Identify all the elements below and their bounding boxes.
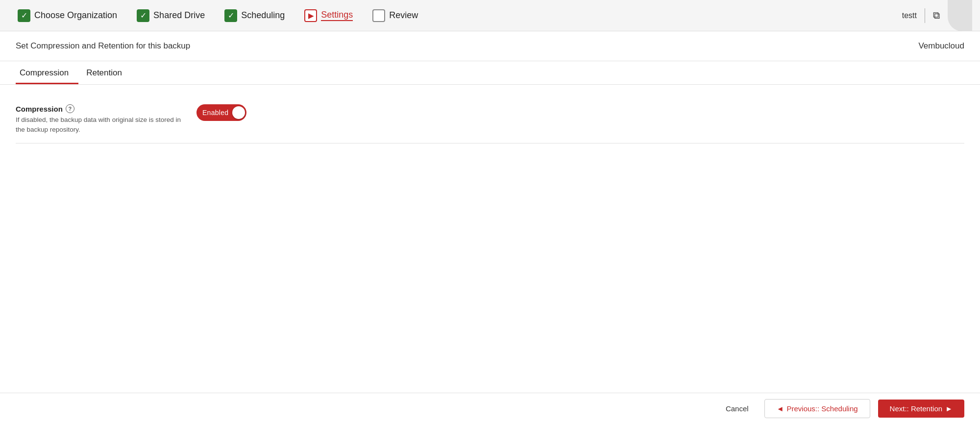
toggle-knob <box>232 106 245 119</box>
step-scheduling[interactable]: ✓ Scheduling <box>215 0 294 31</box>
nav-arc-decoration <box>948 0 972 31</box>
next-button[interactable]: Next:: Retention ► <box>878 400 964 418</box>
step-review-icon <box>372 9 385 22</box>
nav-divider <box>925 8 925 23</box>
page-header: Set Compression and Retention for this b… <box>0 31 980 61</box>
next-arrow-icon: ► <box>945 404 953 413</box>
user-name: testt <box>902 11 917 20</box>
compression-title: Compression ? <box>16 104 181 113</box>
compression-description: If disabled, the backup data with origin… <box>16 115 181 135</box>
next-button-label: Next:: Retention <box>890 404 943 413</box>
step-shared-drive-icon: ✓ <box>137 9 149 22</box>
compression-toggle[interactable]: Enabled <box>196 104 246 121</box>
compression-section: Compression ? If disabled, the backup da… <box>16 96 964 143</box>
prev-arrow-icon: ◄ <box>777 404 784 413</box>
step-choose-org[interactable]: ✓ Choose Organization <box>8 0 127 31</box>
step-shared-drive-label: Shared Drive <box>153 10 205 21</box>
prev-button[interactable]: ◄ Previous:: Scheduling <box>764 399 870 418</box>
step-shared-drive[interactable]: ✓ Shared Drive <box>127 0 215 31</box>
compression-row: Compression ? If disabled, the backup da… <box>16 104 964 135</box>
compression-help-icon[interactable]: ? <box>66 104 74 113</box>
compression-toggle-container[interactable]: Enabled <box>196 104 246 121</box>
step-settings[interactable]: ▶ Settings <box>294 0 363 31</box>
wizard-nav-bar: ✓ Choose Organization ✓ Shared Drive ✓ S… <box>0 0 980 31</box>
tabs-bar: Compression Retention <box>0 61 980 85</box>
step-scheduling-icon: ✓ <box>224 9 237 22</box>
tab-retention[interactable]: Retention <box>82 63 132 84</box>
cancel-button[interactable]: Cancel <box>718 400 757 417</box>
compression-info: Compression ? If disabled, the backup da… <box>16 104 181 135</box>
nav-right: testt ⧉ <box>902 0 972 31</box>
brand-name: Vembucloud <box>918 41 964 51</box>
step-scheduling-label: Scheduling <box>241 10 285 21</box>
step-review[interactable]: Review <box>363 0 428 31</box>
step-settings-icon: ▶ <box>304 9 317 22</box>
page-subtitle: Set Compression and Retention for this b… <box>16 41 190 51</box>
step-review-label: Review <box>389 10 418 21</box>
step-choose-org-label: Choose Organization <box>34 10 117 21</box>
toggle-label: Enabled <box>202 109 228 117</box>
content-area: Compression ? If disabled, the backup da… <box>0 85 980 393</box>
external-link-icon[interactable]: ⧉ <box>933 10 940 21</box>
tab-compression[interactable]: Compression <box>16 63 78 84</box>
step-settings-label: Settings <box>321 10 353 21</box>
step-choose-org-icon: ✓ <box>18 9 30 22</box>
footer-bar: Cancel ◄ Previous:: Scheduling Next:: Re… <box>0 393 980 424</box>
prev-button-label: Previous:: Scheduling <box>786 404 858 413</box>
